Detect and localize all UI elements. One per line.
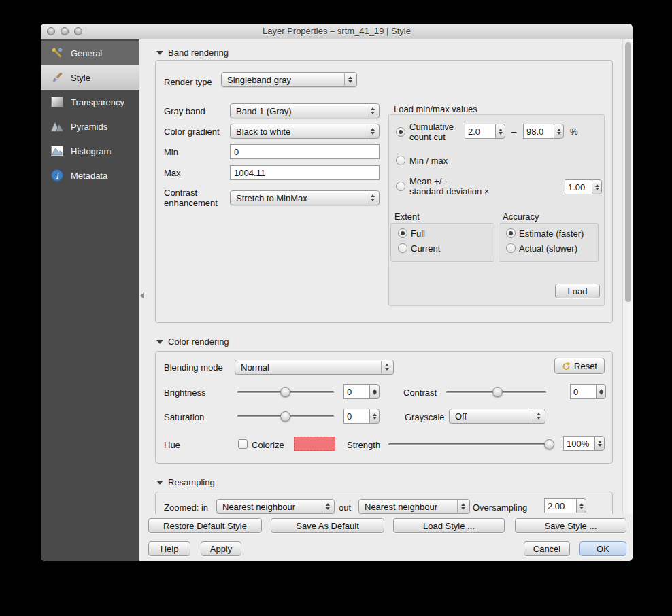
sidebar-item-style[interactable]: Style <box>41 65 139 90</box>
style-page: Band rendering Render type Singleband gr… <box>139 39 633 514</box>
stepper-arrows-icon[interactable] <box>576 498 586 513</box>
colorize-checkbox[interactable] <box>238 439 248 449</box>
brightness-input[interactable] <box>343 384 369 399</box>
stepper-arrows-icon[interactable] <box>594 436 605 451</box>
stepper-arrows-icon[interactable] <box>592 179 602 194</box>
combo-arrows-icon <box>457 500 469 513</box>
cumulative-max-input[interactable] <box>523 124 554 139</box>
reset-arrow-icon <box>562 362 571 371</box>
oversampling-input[interactable] <box>544 498 576 513</box>
saturation-spinner[interactable] <box>343 409 380 424</box>
sidebar-item-label: General <box>71 48 102 58</box>
load-button[interactable]: Load <box>555 284 600 298</box>
restore-default-style-button[interactable]: Restore Default Style <box>148 518 262 533</box>
extent-current-radio[interactable] <box>398 243 407 253</box>
accuracy-group: Estimate (faster) Actual (slower) <box>499 223 599 262</box>
min-max-radio[interactable] <box>396 156 405 165</box>
stepper-arrows-icon[interactable] <box>369 409 380 424</box>
cancel-button[interactable]: Cancel <box>524 541 570 556</box>
color-gradient-select[interactable]: Black to white <box>230 124 380 139</box>
gray-band-label: Gray band <box>164 106 205 116</box>
scrollbar-thumb[interactable] <box>625 42 631 302</box>
resampling-section-header[interactable]: Resampling <box>156 477 215 487</box>
sidebar-item-general[interactable]: General <box>41 41 139 65</box>
saturation-slider[interactable] <box>237 411 334 422</box>
min-input[interactable] <box>230 144 380 159</box>
colorize-swatch[interactable] <box>294 437 335 451</box>
stepper-arrows-icon[interactable] <box>554 124 564 139</box>
accuracy-title: Accuracy <box>503 211 539 222</box>
zoomed-in-value: Nearest neighbour <box>222 502 295 512</box>
strength-spinner[interactable] <box>563 436 605 451</box>
cumulative-count-cut-label: Cumulative count cut <box>409 122 464 142</box>
collapse-triangle-icon <box>156 51 163 55</box>
slider-thumb[interactable] <box>544 439 554 449</box>
hue-label: Hue <box>164 440 180 450</box>
blending-mode-value: Normal <box>241 362 269 373</box>
sidebar-item-metadata[interactable]: i Metadata <box>41 163 139 188</box>
stddev-spinner[interactable] <box>565 179 602 194</box>
extent-full-label: Full <box>411 228 425 239</box>
stepper-arrows-icon[interactable] <box>495 124 505 139</box>
band-rendering-section-header[interactable]: Band rendering <box>156 48 229 58</box>
stddev-input[interactable] <box>565 179 592 194</box>
gray-band-select[interactable]: Band 1 (Gray) <box>230 103 380 118</box>
ok-button[interactable]: OK <box>579 541 626 556</box>
load-minmax-panel: Cumulative count cut – % Min / max Mean … <box>388 114 605 306</box>
brightness-spinner[interactable] <box>343 384 380 399</box>
slider-thumb[interactable] <box>492 387 503 397</box>
vertical-scrollbar[interactable] <box>622 39 633 514</box>
color-rendering-group: Blending mode Normal Reset Brightness C <box>155 351 613 464</box>
titlebar[interactable]: Layer Properties – srtm_41_19 | Style <box>41 24 633 39</box>
cumulative-max-spinner[interactable] <box>523 124 564 139</box>
zoomed-out-select[interactable]: Nearest neighbour <box>358 499 470 514</box>
apply-button[interactable]: Apply <box>201 541 241 556</box>
collapse-triangle-icon <box>156 340 163 344</box>
brightness-slider[interactable] <box>237 387 334 397</box>
sidebar-item-pyramids[interactable]: Pyramids <box>41 114 139 139</box>
stepper-arrows-icon[interactable] <box>596 384 606 399</box>
saturation-input[interactable] <box>343 409 369 424</box>
max-input[interactable] <box>230 165 380 180</box>
accuracy-actual-radio[interactable] <box>506 243 516 253</box>
accuracy-estimate-radio[interactable] <box>506 228 516 238</box>
help-button[interactable]: Help <box>148 541 190 556</box>
resampling-group: Zoomed: in Nearest neighbour out Nearest… <box>155 492 613 514</box>
grayscale-select[interactable]: Off <box>449 409 545 424</box>
mean-stddev-radio[interactable] <box>396 182 405 191</box>
panel-collapse-handle[interactable] <box>140 292 144 299</box>
contrast-spinner[interactable] <box>570 384 606 399</box>
slider-thumb[interactable] <box>280 387 290 397</box>
reset-button[interactable]: Reset <box>554 358 605 374</box>
zoomed-in-select[interactable]: Nearest neighbour <box>216 499 335 514</box>
blending-mode-select[interactable]: Normal <box>235 360 394 375</box>
sidebar-item-transparency[interactable]: Transparency <box>41 90 139 114</box>
cumulative-count-cut-radio[interactable] <box>396 127 405 137</box>
render-type-select[interactable]: Singleband gray <box>221 72 357 87</box>
sidebar-item-histogram[interactable]: Histogram <box>41 139 139 163</box>
color-gradient-label: Color gradient <box>164 126 220 137</box>
window-title: Layer Properties – srtm_41_19 | Style <box>41 26 633 36</box>
cumulative-min-input[interactable] <box>465 124 495 139</box>
sidebar-item-label: Style <box>71 73 90 83</box>
combo-arrows-icon <box>381 361 392 373</box>
load-style-button[interactable]: Load Style ... <box>393 518 505 533</box>
stepper-arrows-icon[interactable] <box>369 384 380 399</box>
min-max-label: Min / max <box>409 156 448 166</box>
color-rendering-section-header[interactable]: Color rendering <box>156 337 229 347</box>
save-as-default-button[interactable]: Save As Default <box>271 518 384 533</box>
combo-arrows-icon <box>533 410 544 422</box>
save-style-button[interactable]: Save Style ... <box>515 518 626 533</box>
slider-thumb[interactable] <box>280 411 290 422</box>
strength-slider[interactable] <box>388 439 554 449</box>
contrast-slider[interactable] <box>446 387 546 397</box>
contrast-input[interactable] <box>570 384 596 399</box>
render-type-label: Render type <box>164 77 212 87</box>
cumulative-min-spinner[interactable] <box>465 124 505 139</box>
oversampling-spinner[interactable] <box>544 498 586 513</box>
sidebar-item-label: Transparency <box>71 97 124 107</box>
contrast-enhancement-select[interactable]: Stretch to MinMax <box>230 190 380 205</box>
extent-full-radio[interactable] <box>398 228 407 238</box>
zoomed-in-label: Zoomed: in <box>164 502 208 513</box>
strength-input[interactable] <box>563 436 594 451</box>
